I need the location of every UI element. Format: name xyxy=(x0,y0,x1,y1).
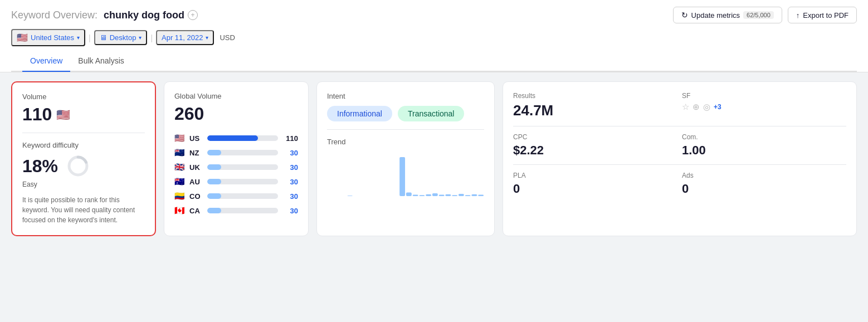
volume-value: 110 xyxy=(22,104,52,125)
country-flag-icon: 🇨🇦 xyxy=(174,206,185,216)
main-content: Volume 110 🇺🇸 Keyword difficulty 18% Eas… xyxy=(0,72,868,245)
kd-easy-label: Easy xyxy=(22,180,145,188)
export-pdf-button[interactable]: ↑ Export to PDF xyxy=(788,7,857,23)
country-bar-fill xyxy=(207,164,221,170)
country-code: CO xyxy=(189,192,203,201)
page-title: Keyword Overview: chunky dog food xyxy=(11,9,184,21)
global-volume-value: 260 xyxy=(174,104,298,124)
svg-rect-11 xyxy=(452,195,457,196)
ads-label: Ads xyxy=(682,172,846,179)
title-label: Keyword Overview: xyxy=(11,9,97,21)
update-metrics-label: Update metrics xyxy=(691,11,740,19)
sf-plus-label: +3 xyxy=(714,103,721,111)
country-flag: 🇺🇸 xyxy=(17,32,28,43)
country-row: 🇺🇸 US 110 xyxy=(174,133,298,143)
country-row: 🇬🇧 UK 30 xyxy=(174,162,298,172)
country-bar-container xyxy=(207,179,278,184)
add-keyword-icon[interactable]: + xyxy=(188,10,198,20)
country-bar-fill xyxy=(207,179,221,184)
country-bar-container xyxy=(207,150,278,155)
device-chevron-icon: ▾ xyxy=(139,35,142,41)
country-code: NZ xyxy=(189,149,203,157)
svg-rect-13 xyxy=(465,195,471,196)
date-label: Apr 11, 2022 xyxy=(162,33,203,42)
cpc-label: CPC xyxy=(513,133,677,141)
intent-badge-transactional: Transactional xyxy=(398,106,465,121)
volume-divider xyxy=(22,133,145,133)
filter-separator-2: | xyxy=(150,33,153,42)
results-block: Results 24.7M xyxy=(513,92,677,119)
update-metrics-badge: 62/5,000 xyxy=(743,11,774,19)
country-code: US xyxy=(189,134,203,143)
country-flag-icon: 🇳🇿 xyxy=(174,148,185,158)
intent-label: Intent xyxy=(327,92,484,100)
svg-rect-4 xyxy=(406,192,412,196)
kd-label: Keyword difficulty xyxy=(22,141,145,149)
tab-bulk-analysis[interactable]: Bulk Analysis xyxy=(70,51,131,72)
trend-chart xyxy=(327,152,484,196)
svg-rect-9 xyxy=(439,195,445,196)
intent-trend-card: Intent Informational Transactional Trend xyxy=(316,81,495,236)
country-code: UK xyxy=(189,163,203,172)
country-value: 30 xyxy=(282,149,298,157)
svg-rect-10 xyxy=(445,194,451,196)
country-flag-icon: 🇨🇴 xyxy=(174,191,185,201)
svg-rect-2 xyxy=(347,196,353,196)
cpc-value: $2.22 xyxy=(513,143,677,158)
kd-percent: 18% xyxy=(22,156,58,177)
sf-star-icon: ☆ xyxy=(682,102,689,112)
country-flag-icon: 🇦🇺 xyxy=(174,177,185,187)
country-value: 30 xyxy=(282,192,298,201)
device-label: Desktop xyxy=(110,33,136,42)
svg-rect-6 xyxy=(419,195,425,196)
date-chevron-icon: ▾ xyxy=(206,35,208,41)
global-volume-card: Global Volume 260 🇺🇸 US 110 🇳🇿 NZ 30 🇬🇧 … xyxy=(164,81,309,236)
results-bot-row: PLA 0 Ads 0 xyxy=(513,172,846,196)
country-row: 🇨🇴 CO 30 xyxy=(174,191,298,201)
sf-target-icon: ◎ xyxy=(703,102,710,112)
results-card: Results 24.7M SF ☆ ⊕ ◎ +3 CPC $2.22 Com.… xyxy=(503,81,857,236)
country-row: 🇦🇺 AU 30 xyxy=(174,177,298,187)
volume-value-row: 110 🇺🇸 xyxy=(22,104,145,125)
export-icon: ↑ xyxy=(796,11,800,19)
date-filter[interactable]: Apr 11, 2022 ▾ xyxy=(156,30,214,45)
sf-label: SF xyxy=(682,92,846,100)
desktop-icon: 🖥 xyxy=(100,33,107,42)
svg-rect-3 xyxy=(399,157,405,196)
country-filter[interactable]: 🇺🇸 United States ▾ xyxy=(11,29,85,46)
country-bar-container xyxy=(207,135,278,141)
country-chevron-icon: ▾ xyxy=(77,35,80,41)
country-code: AU xyxy=(189,178,203,186)
trend-label: Trend xyxy=(327,138,484,146)
country-value: 30 xyxy=(282,178,298,186)
kd-donut-chart xyxy=(66,154,90,178)
results-mid-row: CPC $2.22 Com. 1.00 xyxy=(513,133,846,165)
volume-card: Volume 110 🇺🇸 Keyword difficulty 18% Eas… xyxy=(11,81,156,236)
country-bar-container xyxy=(207,164,278,170)
filter-separator-1: | xyxy=(89,33,91,42)
country-bar-fill xyxy=(207,193,221,199)
intent-section: Intent Informational Transactional xyxy=(327,92,484,130)
cpc-block: CPC $2.22 xyxy=(513,133,677,158)
export-pdf-label: Export to PDF xyxy=(803,11,849,19)
kd-value-row: 18% xyxy=(22,154,145,178)
svg-rect-12 xyxy=(459,194,464,196)
volume-flag: 🇺🇸 xyxy=(56,108,70,121)
tab-overview[interactable]: Overview xyxy=(22,51,70,72)
keyword-text: chunky dog food xyxy=(104,9,184,21)
country-value: 110 xyxy=(282,134,298,143)
volume-label: Volume xyxy=(22,92,145,101)
header-actions: ↻ Update metrics 62/5,000 ↑ Export to PD… xyxy=(673,7,857,23)
trend-section: Trend xyxy=(327,138,484,198)
country-flag-icon: 🇬🇧 xyxy=(174,162,185,172)
svg-rect-8 xyxy=(432,193,438,196)
country-flag-icon: 🇺🇸 xyxy=(174,133,185,143)
update-metrics-button[interactable]: ↻ Update metrics 62/5,000 xyxy=(673,7,782,23)
country-row: 🇨🇦 CA 30 xyxy=(174,206,298,216)
country-bar-container xyxy=(207,193,278,199)
device-filter[interactable]: 🖥 Desktop ▾ xyxy=(94,30,148,45)
svg-rect-14 xyxy=(471,194,477,196)
country-list: 🇺🇸 US 110 🇳🇿 NZ 30 🇬🇧 UK 30 🇦🇺 AU xyxy=(174,133,298,216)
com-value: 1.00 xyxy=(682,143,846,158)
country-row: 🇳🇿 NZ 30 xyxy=(174,148,298,158)
